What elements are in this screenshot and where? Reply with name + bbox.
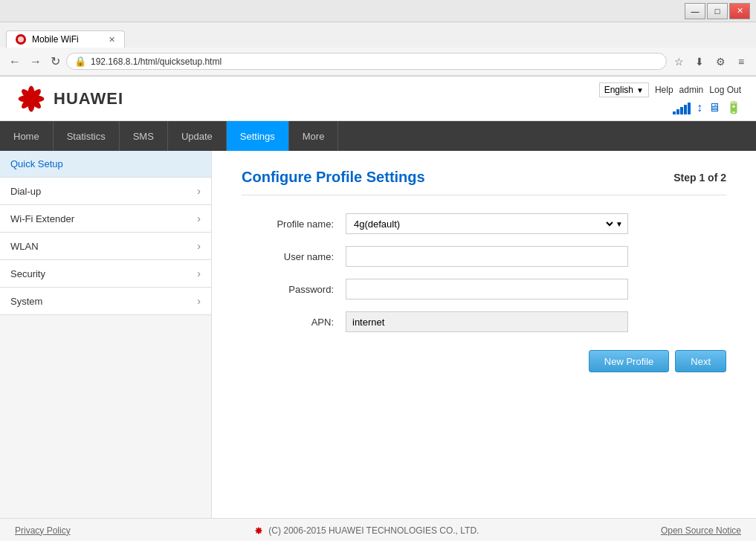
sidebar-arrow-icon: › (197, 185, 201, 197)
window-close-button[interactable]: ✕ (729, 3, 750, 19)
sidebar-item-system[interactable]: System › (0, 288, 211, 315)
page-footer: Privacy Policy (C) 2006-2015 HUAWEI TECH… (0, 518, 756, 541)
content-area: Quick Setup Dial-up › Wi-Fi Extender › W… (0, 151, 756, 518)
tab-area: Mobile WiFi ✕ (0, 22, 756, 48)
header-right: English ▼ Help admin Log Out (599, 82, 741, 114)
main-navigation: Home Statistics SMS Update Settings More (0, 121, 756, 151)
new-profile-button[interactable]: New Profile (589, 350, 669, 372)
privacy-policy-link[interactable]: Privacy Policy (15, 525, 71, 536)
sidebar-item-quick-setup[interactable]: Quick Setup (0, 151, 211, 178)
page-container: HUAWEI English ▼ Help admin Log Out (0, 77, 756, 541)
sidebar-arrow-icon: › (197, 268, 201, 279)
header-top-right: English ▼ Help admin Log Out (599, 82, 741, 97)
configure-profile-form: Profile name: 4g(default) ▼ User name: (242, 213, 726, 372)
refresh-button[interactable]: ↻ (48, 51, 63, 71)
username-label: User name: (242, 251, 346, 262)
sidebar: Quick Setup Dial-up › Wi-Fi Extender › W… (0, 151, 212, 518)
battery-icon: 🔋 (726, 100, 741, 114)
sidebar-arrow-icon: › (197, 213, 201, 224)
language-selector[interactable]: English ▼ (599, 82, 649, 97)
screen-icon: 🖥 (708, 101, 720, 114)
sidebar-item-wifi-extender[interactable]: Wi-Fi Extender › (0, 205, 211, 233)
signal-strength-icon (673, 101, 691, 114)
logo-area: HUAWEI (15, 82, 123, 115)
signal-icons: ↕ 🖥 🔋 (673, 100, 741, 114)
sidebar-arrow-icon: › (197, 240, 201, 252)
apn-input[interactable] (346, 311, 628, 332)
profile-name-label: Profile name: (242, 218, 346, 230)
nav-icons: ☆ ⬇ ⚙ ≡ (670, 53, 750, 71)
forward-button[interactable]: → (27, 52, 45, 71)
admin-label: admin (679, 85, 704, 95)
svg-point-0 (18, 36, 24, 42)
download-button[interactable]: ⬇ (691, 53, 708, 71)
navigation-bar: ← → ↻ 🔒 192.168.8.1/html/quicksetup.html… (0, 48, 756, 76)
logo-text: HUAWEI (54, 89, 123, 108)
nav-item-update[interactable]: Update (168, 121, 227, 151)
title-bar: — □ ✕ (0, 0, 756, 22)
back-button[interactable]: ← (6, 52, 24, 71)
settings-button[interactable]: ⚙ (711, 53, 729, 71)
browser-chrome: — □ ✕ Mobile WiFi ✕ ← → ↻ 🔒 1 (0, 0, 756, 77)
password-row: Password: (242, 279, 726, 299)
browser-tab[interactable]: Mobile WiFi ✕ (6, 30, 125, 48)
username-input[interactable] (346, 246, 628, 267)
profile-name-row: Profile name: 4g(default) ▼ (242, 213, 726, 234)
nav-item-sms[interactable]: SMS (120, 121, 168, 151)
window-maximize-button[interactable]: □ (707, 3, 728, 19)
tab-label: Mobile WiFi (32, 34, 79, 45)
address-text: 192.168.8.1/html/quicksetup.html (91, 56, 659, 67)
page-title: Configure Profile Settings (242, 169, 425, 186)
footer-copyright: (C) 2006-2015 HUAWEI TECHNOLOGIES CO., L… (268, 525, 479, 536)
sidebar-item-dial-up[interactable]: Dial-up › (0, 178, 211, 205)
nav-item-settings[interactable]: Settings (227, 121, 289, 151)
select-arrow-icon: ▼ (616, 220, 627, 228)
sidebar-item-wlan[interactable]: WLAN › (0, 233, 211, 260)
bookmark-button[interactable]: ☆ (670, 53, 688, 71)
profile-name-select[interactable]: 4g(default) (346, 214, 616, 233)
footer-huawei-icon (252, 524, 265, 537)
help-link[interactable]: Help (655, 85, 673, 95)
address-lock-icon: 🔒 (74, 56, 86, 67)
data-transfer-icon: ↕ (697, 101, 702, 114)
window-controls: — □ ✕ (685, 3, 750, 19)
step-indicator: Step 1 of 2 (673, 172, 726, 184)
address-bar[interactable]: 🔒 192.168.8.1/html/quicksetup.html (66, 53, 667, 70)
apn-row: APN: (242, 311, 726, 332)
window-minimize-button[interactable]: — (685, 3, 705, 19)
language-arrow-icon: ▼ (636, 86, 644, 94)
profile-name-select-wrap[interactable]: 4g(default) ▼ (346, 213, 628, 234)
nav-item-home[interactable]: Home (0, 121, 54, 151)
language-label: English (604, 85, 633, 95)
next-button[interactable]: Next (675, 350, 726, 372)
huawei-logo-icon (15, 82, 48, 115)
button-row: New Profile Next (242, 350, 726, 372)
main-content: Configure Profile Settings Step 1 of 2 P… (212, 151, 756, 518)
username-row: User name: (242, 246, 726, 267)
page-header: HUAWEI English ▼ Help admin Log Out (0, 77, 756, 121)
sidebar-arrow-icon: › (197, 295, 201, 307)
nav-item-statistics[interactable]: Statistics (54, 121, 120, 151)
footer-logo: (C) 2006-2015 HUAWEI TECHNOLOGIES CO., L… (252, 524, 479, 537)
tab-favicon (16, 34, 26, 45)
help-links: Help admin Log Out (655, 85, 741, 95)
sidebar-item-security[interactable]: Security › (0, 260, 211, 288)
page-title-row: Configure Profile Settings Step 1 of 2 (242, 169, 726, 195)
password-label: Password: (242, 284, 346, 295)
nav-item-more[interactable]: More (289, 121, 339, 151)
tab-close-button[interactable]: ✕ (109, 35, 115, 45)
menu-button[interactable]: ≡ (732, 53, 750, 71)
apn-label: APN: (242, 317, 346, 328)
logout-button[interactable]: Log Out (709, 85, 741, 95)
password-input[interactable] (346, 279, 628, 299)
open-source-notice-link[interactable]: Open Source Notice (661, 525, 741, 536)
